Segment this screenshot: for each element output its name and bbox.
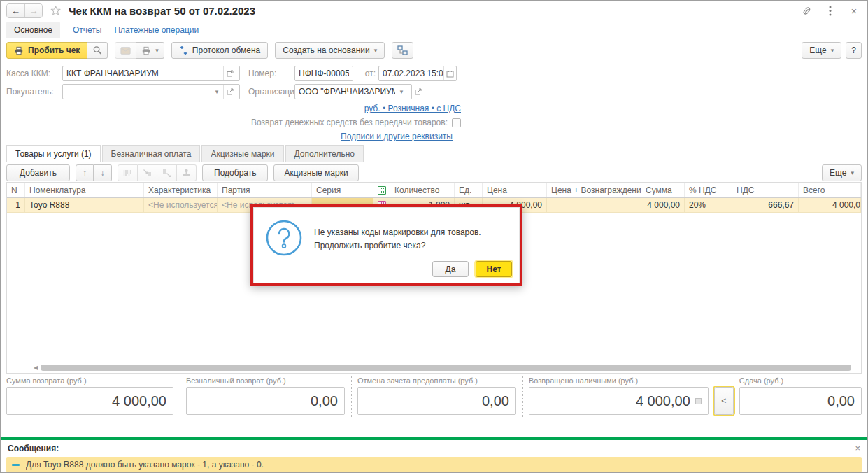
scan-barcode-button[interactable]	[118, 164, 138, 181]
calculator-icon[interactable]	[695, 398, 702, 404]
favorite-star-icon[interactable]	[50, 5, 62, 17]
organization-field[interactable]: ООО "ФРАНЧАЙЗАРИУМ" ▾	[294, 84, 412, 99]
stamp-button[interactable]	[177, 164, 197, 181]
tab-main[interactable]: Основное	[6, 22, 60, 38]
chevron-down-icon[interactable]: ▾	[395, 85, 408, 99]
col-total[interactable]: Всего	[799, 183, 861, 197]
signatures-link[interactable]: Подписи и другие реквизиты	[341, 132, 453, 141]
more-button[interactable]: Еще ▾	[802, 42, 841, 59]
open-link-icon[interactable]	[223, 85, 236, 99]
tab-cashless-payment[interactable]: Безналичная оплата	[102, 145, 201, 162]
cell-price-reward[interactable]	[547, 198, 641, 212]
total-cash-label: Возвращено наличными (руб.)	[529, 376, 709, 387]
help-button[interactable]: ?	[846, 42, 862, 59]
post-check-button[interactable]: Пробить чек	[6, 42, 87, 59]
message-row[interactable]: Для Toyo R888 должно быть указано марок …	[6, 457, 862, 472]
refund-without-goods-checkbox[interactable]	[452, 118, 461, 127]
kassa-field[interactable]: ККТ ФРАНЧАЙЗАРИУМ	[62, 66, 240, 81]
col-vat[interactable]: НДС	[732, 183, 799, 197]
col-sum[interactable]: Сумма	[641, 183, 685, 197]
col-price-reward[interactable]: Цена + Вознаграждение	[547, 183, 641, 197]
col-price[interactable]: Цена	[483, 183, 547, 197]
refund-without-goods-label: Возврат денежных средств без передачи то…	[251, 118, 448, 127]
chevron-down-icon: ▾	[831, 47, 834, 54]
cell-n[interactable]: 1	[7, 198, 25, 212]
marking-stamp-icon	[378, 186, 386, 195]
scroll-left-icon[interactable]: ◀	[34, 365, 38, 371]
organization-label: Организация:	[248, 87, 294, 97]
cell-nomenclature[interactable]: Toyo R888	[25, 198, 144, 212]
total-cashless-value[interactable]: 0,00	[186, 387, 345, 415]
horizontal-scrollbar[interactable]: ◀	[7, 364, 861, 373]
col-marking[interactable]	[373, 183, 390, 197]
total-refund-value[interactable]: 4 000,00	[6, 387, 173, 415]
cell-vat[interactable]: 666,67	[732, 198, 799, 212]
tab-excise-stamps[interactable]: Акцизные марки	[201, 145, 283, 162]
col-nomenclature[interactable]: Номенклатура	[25, 183, 144, 197]
related-documents-button[interactable]	[392, 42, 413, 59]
col-vat-pct[interactable]: % НДС	[685, 183, 732, 197]
unload-to-device-button[interactable]	[157, 164, 177, 181]
col-batch[interactable]: Партия	[218, 183, 312, 197]
forward-button[interactable]: →	[24, 4, 42, 17]
splitter[interactable]	[522, 376, 529, 417]
total-cashless-label: Безналичный возврат (руб.)	[186, 376, 345, 387]
totals-footer: Сумма возврата (руб.) 4 000,00 Безналичн…	[1, 374, 867, 417]
col-characteristic[interactable]: Характеристика	[144, 183, 218, 197]
splitter[interactable]	[351, 376, 357, 417]
close-icon[interactable]: ×	[848, 4, 860, 17]
kebab-menu-icon[interactable]	[824, 4, 837, 17]
message-dash-icon	[12, 464, 20, 466]
less-button[interactable]: <	[714, 387, 734, 415]
col-unit[interactable]: Ед.	[455, 183, 483, 197]
open-link-icon[interactable]	[412, 84, 425, 99]
arrow-into-box-icon	[143, 169, 152, 177]
col-n[interactable]: N	[7, 183, 25, 197]
total-cash-value[interactable]: 4 000,00	[529, 387, 709, 415]
no-button[interactable]: Нет	[476, 261, 512, 277]
messages-close-icon[interactable]: ×	[855, 443, 860, 453]
table-more-button[interactable]: Еще ▾	[822, 164, 862, 181]
cell-vat-pct[interactable]: 20%	[685, 198, 732, 212]
currency-price-type-link[interactable]: руб. • Розничная • с НДС	[364, 104, 461, 113]
pick-items-button[interactable]: Подобрать	[202, 164, 268, 181]
cell-characteristic[interactable]: <Не используется>	[144, 198, 218, 212]
open-link-icon[interactable]	[223, 66, 236, 80]
load-from-device-button[interactable]	[138, 164, 157, 181]
tab-reports[interactable]: Отчеты	[73, 25, 101, 38]
back-button[interactable]: ←	[7, 4, 24, 17]
exchange-protocol-button[interactable]: Протокол обмена	[171, 42, 268, 59]
buyer-field[interactable]: ▾	[62, 84, 240, 99]
total-change-value[interactable]: 0,00	[739, 387, 862, 415]
col-quantity[interactable]: Количество	[390, 183, 455, 197]
yes-button[interactable]: Да	[432, 261, 469, 277]
print-menu-button[interactable]: ▾	[136, 42, 164, 59]
splitter[interactable]	[180, 376, 186, 417]
marking-tools-group	[118, 164, 197, 181]
scrollbar-thumb[interactable]	[41, 365, 851, 371]
tab-payment-operations[interactable]: Платежные операции	[114, 25, 199, 38]
excise-stamps-button[interactable]: Акцизные марки	[273, 164, 358, 181]
add-row-button[interactable]: Добавить	[6, 164, 70, 181]
printer-icon	[141, 46, 151, 55]
preview-check-button[interactable]	[87, 42, 108, 59]
titlebar: ← → Чек ККМ на возврат 50 от 07.02.2023 …	[1, 1, 867, 20]
message-text: Для Toyo R888 должно быть указано марок …	[26, 460, 264, 470]
date-field[interactable]: 07.02.2023 15:06:35	[378, 66, 457, 81]
create-based-on-button[interactable]: Создать на основании ▾	[275, 42, 385, 59]
tab-goods-services[interactable]: Товары и услуги (1)	[6, 145, 101, 162]
email-button[interactable]	[115, 42, 136, 59]
kassa-label: Касса ККМ:	[6, 69, 62, 78]
get-link-icon[interactable]	[800, 4, 813, 17]
move-up-button[interactable]: ↑	[76, 164, 94, 181]
tab-additional[interactable]: Дополнительно	[285, 145, 364, 162]
total-prepay-value[interactable]: 0,00	[357, 387, 516, 415]
number-field[interactable]: НФНФ-000050	[294, 66, 353, 81]
chevron-down-icon[interactable]: ▾	[211, 85, 223, 99]
cell-total[interactable]: 4 000,0	[799, 198, 861, 212]
col-series[interactable]: Серия	[312, 183, 373, 197]
calendar-icon[interactable]	[443, 66, 456, 80]
move-down-button[interactable]: ↓	[94, 164, 112, 181]
cell-sum[interactable]: 4 000,00	[641, 198, 685, 212]
barcode-icon	[123, 169, 132, 177]
